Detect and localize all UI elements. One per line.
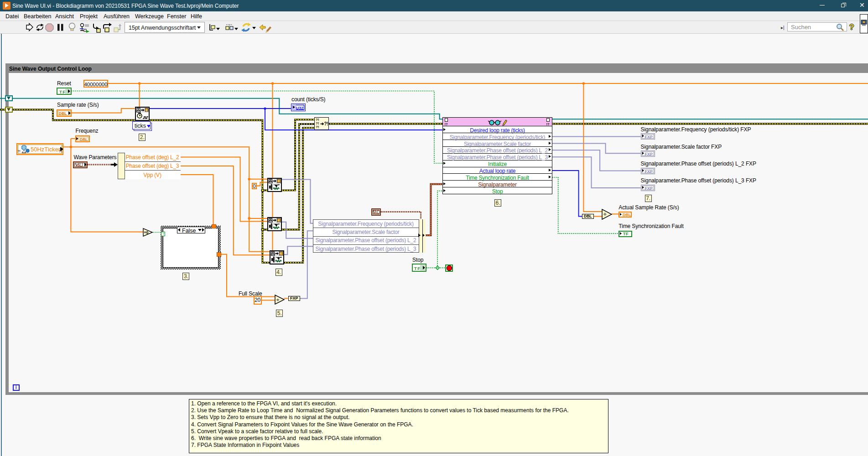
- svg-text:÷: ÷: [276, 297, 279, 302]
- svg-text:=0: =0: [144, 230, 149, 235]
- svg-text:C: C: [278, 219, 280, 222]
- svg-text:C: C: [280, 252, 282, 255]
- svg-text:C: C: [146, 109, 148, 112]
- svg-text:÷: ÷: [603, 211, 607, 218]
- svg-text:C: C: [278, 180, 280, 183]
